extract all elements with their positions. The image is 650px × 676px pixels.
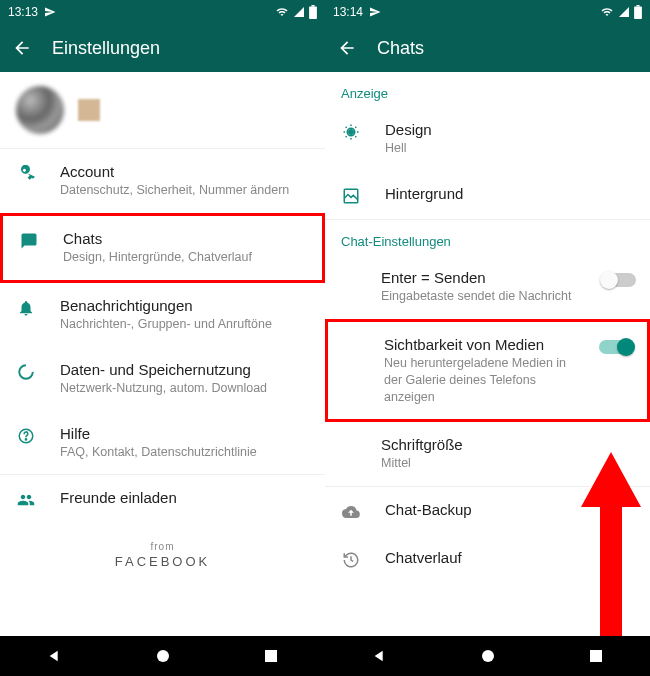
- item-sub: Eingabetaste sendet die Nachricht: [381, 288, 578, 305]
- avatar: [16, 86, 64, 134]
- data-usage-icon: [16, 363, 36, 381]
- footer-brand: FACEBOOK: [0, 554, 325, 569]
- item-title: Sichtbarkeit von Medien: [384, 336, 575, 353]
- settings-screen: 13:13 Einstellungen Account: [0, 0, 325, 676]
- item-title: Chatverlauf: [385, 549, 634, 566]
- chats-item-wallpaper[interactable]: Hintergrund: [325, 171, 650, 219]
- toggle-enter-send[interactable]: [602, 273, 636, 287]
- item-title: Design: [385, 121, 634, 138]
- item-title: Hintergrund: [385, 185, 634, 202]
- bell-icon: [16, 299, 36, 317]
- item-title: Enter = Senden: [381, 269, 578, 286]
- settings-item-help[interactable]: Hilfe FAQ, Kontakt, Datenschutzrichtlini…: [0, 411, 325, 475]
- signal-icon: [618, 6, 630, 18]
- svg-point-4: [25, 438, 26, 439]
- chats-settings-screen: 13:14 Chats Anzeige Design Hell: [325, 0, 650, 676]
- chats-content: Anzeige Design Hell Hintergrund Chat-Ein…: [325, 72, 650, 636]
- settings-item-data[interactable]: Daten- und Speichernutzung Netzwerk-Nutz…: [0, 347, 325, 411]
- help-icon: [16, 427, 36, 445]
- svg-point-5: [157, 650, 169, 662]
- cloud-icon: [341, 503, 361, 521]
- nav-home-icon[interactable]: [481, 649, 495, 663]
- item-sub: Design, Hintergründe, Chatverlauf: [63, 249, 306, 266]
- send-icon: [44, 6, 56, 18]
- history-icon: [341, 551, 361, 569]
- svg-rect-1: [311, 5, 314, 7]
- item-title: Account: [60, 163, 309, 180]
- item-title: Chat-Backup: [385, 501, 634, 518]
- app-bar: Chats: [325, 24, 650, 72]
- page-title: Chats: [377, 38, 424, 59]
- chats-item-enter-send[interactable]: Enter = Senden Eingabetaste sendet die N…: [325, 255, 650, 319]
- nav-bar: [0, 636, 325, 676]
- nav-back-icon[interactable]: [47, 648, 63, 664]
- item-sub: Nachrichten-, Gruppen- und Anruftöne: [60, 316, 309, 333]
- item-title: Daten- und Speichernutzung: [60, 361, 309, 378]
- profile-row[interactable]: [0, 72, 325, 148]
- status-time: 13:14: [333, 5, 363, 19]
- app-bar: Einstellungen: [0, 24, 325, 72]
- svg-rect-8: [636, 5, 639, 7]
- chat-icon: [19, 232, 39, 250]
- settings-content: Account Datenschutz, Sicherheit, Nummer …: [0, 72, 325, 636]
- item-sub: FAQ, Kontakt, Datenschutzrichtlinie: [60, 444, 309, 461]
- svg-rect-12: [590, 650, 602, 662]
- item-sub: Neu heruntergeladene Medien in der Galer…: [384, 355, 575, 406]
- svg-point-2: [19, 365, 33, 379]
- nav-recent-icon[interactable]: [589, 649, 603, 663]
- battery-icon: [309, 5, 317, 19]
- item-title: Hilfe: [60, 425, 309, 442]
- theme-icon: [341, 123, 361, 141]
- chats-item-font-size[interactable]: Schriftgröße Mittel: [325, 422, 650, 486]
- item-title: Schriftgröße: [381, 436, 634, 453]
- nav-bar: [325, 636, 650, 676]
- item-title: Benachrichtigungen: [60, 297, 309, 314]
- send-icon: [369, 6, 381, 18]
- svg-rect-7: [634, 7, 642, 19]
- svg-point-9: [348, 129, 354, 135]
- wifi-icon: [600, 6, 614, 18]
- settings-item-account[interactable]: Account Datenschutz, Sicherheit, Nummer …: [0, 149, 325, 213]
- status-bar: 13:14: [325, 0, 650, 24]
- item-title: Freunde einladen: [60, 489, 309, 506]
- wifi-icon: [275, 6, 289, 18]
- status-time: 13:13: [8, 5, 38, 19]
- svg-point-11: [482, 650, 494, 662]
- section-chat-settings: Chat-Einstellungen: [325, 220, 650, 255]
- item-sub: Hell: [385, 140, 634, 157]
- toggle-media-visibility[interactable]: [599, 340, 633, 354]
- svg-rect-6: [265, 650, 277, 662]
- settings-item-notifications[interactable]: Benachrichtigungen Nachrichten-, Gruppen…: [0, 283, 325, 347]
- item-title: Chats: [63, 230, 306, 247]
- key-icon: [16, 165, 36, 183]
- nav-home-icon[interactable]: [156, 649, 170, 663]
- status-bar: 13:13: [0, 0, 325, 24]
- chats-item-media-visibility[interactable]: Sichtbarkeit von Medien Neu heruntergela…: [325, 319, 650, 423]
- signal-icon: [293, 6, 305, 18]
- back-icon[interactable]: [12, 38, 32, 58]
- chats-item-backup[interactable]: Chat-Backup: [325, 487, 650, 535]
- nav-back-icon[interactable]: [372, 648, 388, 664]
- settings-item-chats[interactable]: Chats Design, Hintergründe, Chatverlauf: [0, 213, 325, 283]
- chats-item-history[interactable]: Chatverlauf: [325, 535, 650, 583]
- settings-item-invite[interactable]: Freunde einladen: [0, 475, 325, 523]
- section-display: Anzeige: [325, 72, 650, 107]
- nav-recent-icon[interactable]: [264, 649, 278, 663]
- back-icon[interactable]: [337, 38, 357, 58]
- page-title: Einstellungen: [52, 38, 160, 59]
- profile-blur: [78, 99, 100, 121]
- battery-icon: [634, 5, 642, 19]
- item-sub: Netzwerk-Nutzung, autom. Download: [60, 380, 309, 397]
- wallpaper-icon: [341, 187, 361, 205]
- svg-rect-0: [309, 7, 317, 19]
- item-sub: Mittel: [381, 455, 634, 472]
- people-icon: [16, 491, 36, 509]
- footer-from: from: [0, 541, 325, 552]
- chats-item-design[interactable]: Design Hell: [325, 107, 650, 171]
- item-sub: Datenschutz, Sicherheit, Nummer ändern: [60, 182, 309, 199]
